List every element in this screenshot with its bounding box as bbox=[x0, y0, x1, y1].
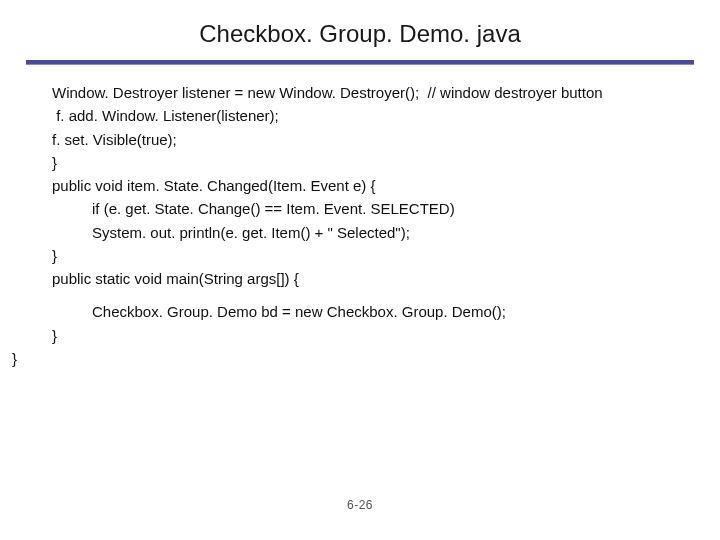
code-line: public void item. State. Changed(Item. E… bbox=[52, 174, 720, 197]
page-number: 6-26 bbox=[0, 498, 720, 512]
code-line: } bbox=[52, 151, 720, 174]
slide-title: Checkbox. Group. Demo. java bbox=[0, 0, 720, 60]
code-line: } bbox=[12, 347, 720, 370]
code-line: if (e. get. State. Change() == Item. Eve… bbox=[52, 197, 720, 220]
title-rule bbox=[26, 60, 694, 65]
code-line: } bbox=[52, 244, 720, 267]
slide-root: Checkbox. Group. Demo. java Window. Dest… bbox=[0, 0, 720, 540]
code-line: System. out. println(e. get. Item() + " … bbox=[52, 221, 720, 244]
code-line: public static void main(String args[]) { bbox=[52, 267, 720, 290]
blank-line bbox=[52, 290, 720, 300]
code-line: f. add. Window. Listener(listener); bbox=[52, 104, 720, 127]
code-block: Window. Destroyer listener = new Window.… bbox=[0, 75, 720, 370]
code-line: } bbox=[52, 324, 720, 347]
code-line: Checkbox. Group. Demo bd = new Checkbox.… bbox=[52, 300, 720, 323]
code-line: f. set. Visible(true); bbox=[52, 128, 720, 151]
code-line: Window. Destroyer listener = new Window.… bbox=[52, 81, 720, 104]
